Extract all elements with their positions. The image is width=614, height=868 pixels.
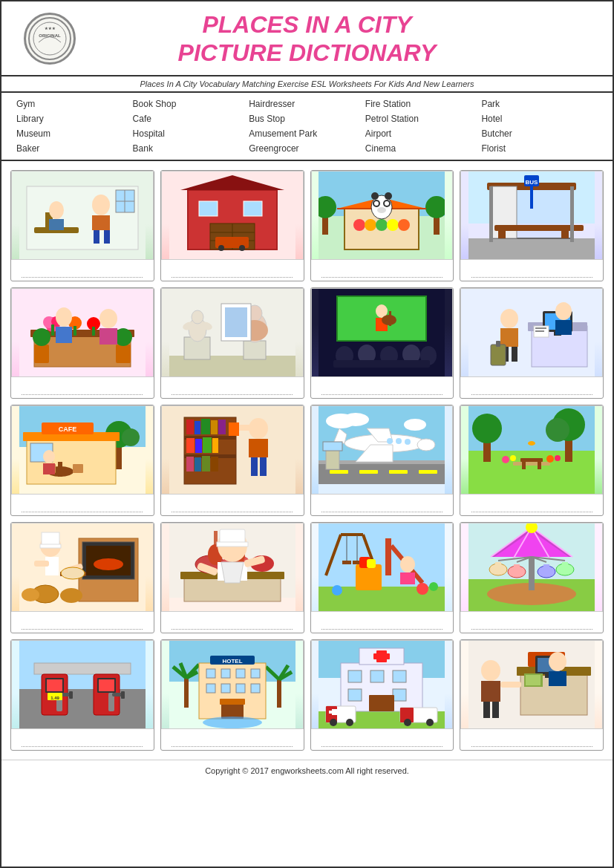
answer-label[interactable] — [22, 616, 143, 630]
svg-point-28 — [239, 245, 245, 251]
svg-rect-121 — [500, 328, 518, 347]
answer-label[interactable] — [321, 734, 442, 747]
svg-rect-147 — [195, 421, 200, 434]
picture-cell-cafe: CAFE — [10, 405, 154, 516]
picture-cell-amusement — [310, 522, 454, 633]
svg-point-38 — [353, 219, 365, 231]
svg-point-204 — [528, 441, 535, 446]
picture-frame — [311, 523, 454, 612]
svg-rect-108 — [333, 360, 430, 368]
svg-point-343 — [330, 719, 337, 726]
svg-rect-116 — [535, 327, 546, 329]
svg-rect-102 — [389, 311, 391, 326]
answer-label[interactable] — [172, 734, 293, 747]
svg-rect-59 — [561, 231, 569, 238]
picture-frame: 1.49 — [11, 640, 154, 729]
answer-label[interactable] — [321, 616, 442, 630]
footer: Copyright © 2017 engworksheets.com All r… — [1, 760, 613, 781]
svg-rect-196 — [513, 462, 550, 466]
svg-rect-305 — [184, 678, 189, 708]
svg-rect-317 — [236, 669, 245, 678]
svg-rect-136 — [58, 462, 62, 477]
svg-rect-160 — [249, 439, 268, 457]
answer-label[interactable] — [22, 499, 143, 512]
svg-rect-81 — [99, 328, 117, 345]
svg-rect-174 — [389, 470, 408, 474]
answer-label[interactable] — [22, 734, 143, 747]
svg-rect-318 — [251, 669, 260, 678]
svg-rect-161 — [251, 457, 258, 476]
vocab-item: Petrol Station — [365, 112, 482, 125]
picture-cell-cinema — [310, 287, 454, 399]
answer-label[interactable] — [471, 264, 592, 278]
page-title: PLACES IN A CITY PICTURE DICTIONARY — [68, 10, 546, 68]
svg-point-40 — [376, 219, 388, 231]
svg-point-10 — [92, 195, 110, 215]
answer-label[interactable] — [172, 499, 293, 512]
answer-label[interactable] — [321, 264, 442, 278]
subtitle-text: Places In A City Vocabulary Matching Exe… — [140, 79, 474, 88]
answer-label[interactable] — [321, 499, 442, 512]
answer-label[interactable] — [22, 264, 143, 278]
svg-point-220 — [22, 588, 39, 601]
svg-point-177 — [417, 439, 435, 451]
answer-label[interactable] — [172, 264, 293, 278]
picture-cell-butcher — [160, 522, 304, 633]
answer-label[interactable] — [172, 616, 293, 630]
svg-point-362 — [549, 652, 566, 671]
answer-label[interactable] — [471, 499, 592, 512]
svg-rect-151 — [186, 438, 195, 453]
svg-rect-363 — [549, 671, 566, 686]
svg-rect-319 — [206, 684, 215, 693]
svg-rect-123 — [512, 347, 517, 362]
svg-rect-12 — [94, 230, 99, 244]
answer-label[interactable] — [22, 382, 143, 395]
svg-rect-339 — [393, 689, 406, 701]
svg-text:CAFE: CAFE — [59, 425, 77, 433]
svg-rect-278 — [514, 564, 520, 575]
vocab-item: Greengrocer — [249, 142, 365, 155]
svg-point-201 — [510, 455, 516, 461]
svg-rect-149 — [211, 420, 218, 434]
svg-rect-368 — [500, 682, 521, 688]
picture-frame — [311, 171, 454, 260]
svg-rect-83 — [56, 327, 72, 343]
vocab-item: Airport — [365, 127, 482, 140]
svg-rect-199 — [538, 462, 541, 469]
svg-rect-300 — [121, 691, 125, 699]
vocab-item: Butcher — [481, 127, 598, 140]
picture-cell-greengrocer — [310, 170, 454, 281]
svg-rect-148 — [201, 419, 210, 434]
answer-label[interactable] — [471, 616, 592, 630]
svg-point-42 — [398, 219, 410, 231]
svg-rect-117 — [535, 330, 544, 332]
answer-label[interactable] — [471, 734, 592, 747]
svg-point-27 — [218, 245, 224, 251]
answer-label[interactable] — [321, 382, 442, 395]
answer-label[interactable] — [471, 382, 592, 395]
svg-point-182 — [396, 438, 402, 444]
picture-frame: BUS — [460, 171, 603, 260]
svg-point-140 — [43, 450, 55, 463]
svg-point-258 — [429, 582, 438, 591]
svg-rect-365 — [481, 681, 500, 702]
vocab-item: Hotel — [481, 112, 598, 125]
vocab-item: Fire Station — [365, 97, 482, 111]
svg-point-183 — [387, 438, 393, 444]
svg-point-49 — [371, 192, 379, 200]
answer-label[interactable] — [172, 382, 293, 395]
svg-point-192 — [472, 414, 502, 443]
picture-frame — [311, 288, 454, 377]
svg-rect-294 — [69, 691, 73, 699]
svg-rect-173 — [359, 470, 378, 474]
svg-rect-321 — [236, 684, 245, 693]
picture-cell-baker — [10, 522, 154, 633]
subtitle-bar: Places In A City Vocabulary Matching Exe… — [1, 76, 613, 93]
svg-rect-146 — [186, 420, 194, 434]
vocab-item: Museum — [16, 127, 133, 140]
svg-point-41 — [387, 219, 399, 231]
picture-cell-fire-station — [160, 170, 304, 281]
svg-rect-96 — [225, 307, 247, 337]
svg-point-0 — [29, 18, 71, 59]
svg-rect-212 — [40, 544, 61, 548]
